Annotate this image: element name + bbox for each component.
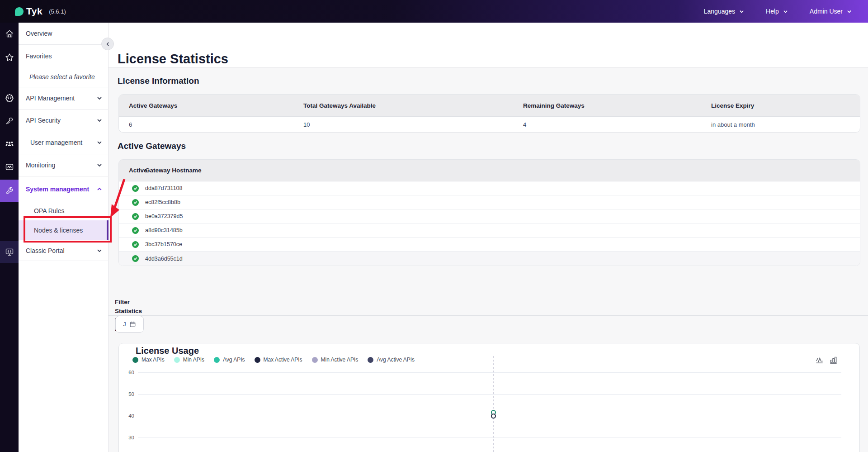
legend-dot <box>132 357 138 363</box>
bar-chart-icon[interactable] <box>829 356 838 365</box>
sidebar-item-classic-portal[interactable]: Classic Portal <box>19 240 108 261</box>
license-information-heading: License Information <box>118 76 199 86</box>
legend-label: Min Active APIs <box>321 357 359 363</box>
sidebar-item-monitoring[interactable]: Monitoring <box>19 154 108 176</box>
tyk-logo[interactable]: Tyk (5.6.1) <box>15 6 66 17</box>
divider <box>108 67 868 67</box>
gateway-hostname: be0a372379d5 <box>145 213 860 219</box>
user-management-label: User management <box>30 139 82 146</box>
sidebar-collapse-button[interactable] <box>101 38 114 50</box>
line-chart-icon[interactable] <box>815 356 824 365</box>
languages-menu[interactable]: Languages <box>704 8 744 15</box>
topbar-menu: Languages Help Admin User <box>704 8 868 15</box>
chevron-down-icon <box>97 118 102 123</box>
chevron-down-icon <box>97 95 102 101</box>
sidebar-item-user-management[interactable]: User management <box>19 131 108 154</box>
check-circle-icon <box>132 185 139 192</box>
active-status-cell <box>119 255 145 262</box>
page-title: License Statistics <box>118 52 228 67</box>
table-row[interactable]: be0a372379d5 <box>119 209 860 224</box>
active-status-cell <box>119 241 145 248</box>
y-axis-tick-label: 40 <box>121 413 134 419</box>
filter-label-line: Statistics <box>115 307 151 316</box>
title-band: License Statistics <box>108 23 868 67</box>
sidebar-item-nodes-licenses[interactable]: Nodes & licenses <box>19 220 108 240</box>
date-input-value: J <box>123 321 126 328</box>
legend-label: Avg Active APIs <box>377 357 415 363</box>
sidebar-item-api-management[interactable]: API Management <box>19 87 108 109</box>
legend-dot <box>255 357 260 363</box>
table-row[interactable]: dda87d731108 <box>119 181 860 195</box>
license-usage-chart: Max APIsMin APIsAvg APIsMax Active APIsM… <box>118 343 860 452</box>
version-label: (5.6.1) <box>49 8 66 15</box>
active-status-cell <box>119 185 145 192</box>
gridline <box>138 394 841 395</box>
monitoring-icon[interactable] <box>0 158 19 176</box>
legend-item[interactable]: Min APIs <box>174 357 204 363</box>
api-security-icon[interactable] <box>0 112 19 130</box>
table-row[interactable]: 4dd3a6d55c1d <box>119 252 860 266</box>
favorites-hint: Please select a favorite <box>19 67 108 87</box>
license-information-value-row: 6104in about a month <box>119 117 860 132</box>
help-label: Help <box>766 8 779 15</box>
column-header: Active Gateways <box>119 102 293 109</box>
legend-item[interactable]: Avg APIs <box>214 357 245 363</box>
icon-rail <box>0 23 19 452</box>
active-status-cell <box>119 199 145 206</box>
chevron-down-icon <box>783 9 788 14</box>
home-icon[interactable] <box>0 25 19 43</box>
system-management-label: System management <box>26 186 89 193</box>
sidebar-item-favorites[interactable]: Favorites <box>19 45 108 67</box>
license-usage-heading: License Usage <box>136 346 199 356</box>
admin-user-label: Admin User <box>810 8 843 15</box>
legend-item[interactable]: Min Active APIs <box>312 357 359 363</box>
gateway-hostname: 4dd3a6d55c1d <box>145 256 860 262</box>
legend-label: Avg APIs <box>223 357 245 363</box>
legend-item[interactable]: Max APIs <box>132 357 165 363</box>
api-management-icon[interactable] <box>0 89 19 107</box>
chart-legend: Max APIsMin APIsAvg APIsMax Active APIsM… <box>132 357 415 363</box>
column-header: Active <box>119 167 145 174</box>
tyk-logo-icon <box>15 7 24 16</box>
top-bar: Tyk (5.6.1) Languages Help Admin User <box>0 0 868 23</box>
legend-item[interactable]: Avg Active APIs <box>368 357 415 363</box>
legend-label: Max APIs <box>142 357 165 363</box>
license-info-value: 4 <box>513 121 701 128</box>
legend-item[interactable]: Max Active APIs <box>255 357 302 363</box>
chart-crosshair-line <box>493 356 494 452</box>
column-header: Total Gateways Available <box>293 102 513 109</box>
table-row[interactable]: a8d90c31485b <box>119 224 860 238</box>
chevron-up-icon <box>97 186 102 192</box>
nodes-licenses-label: Nodes & licenses <box>34 227 83 234</box>
star-icon[interactable] <box>0 48 19 67</box>
sidebar-item-opa-rules[interactable]: OPA Rules <box>19 201 108 220</box>
legend-label: Min APIs <box>183 357 204 363</box>
license-information-header-row: Active GatewaysTotal Gateways AvailableR… <box>119 95 860 117</box>
active-gateways-header-row: ActiveGateway Hostname <box>119 160 860 181</box>
admin-user-menu[interactable]: Admin User <box>810 8 852 15</box>
system-management-icon[interactable] <box>0 180 19 202</box>
filter-label-line: Filter <box>115 298 151 307</box>
y-axis-tick-label: 30 <box>121 435 134 440</box>
date-range-input[interactable]: J <box>115 316 144 333</box>
sidebar-item-system-management[interactable]: System management <box>19 176 108 201</box>
divider <box>108 315 868 316</box>
active-gateways-table: ActiveGateway Hostname dda87d731108ec82f… <box>118 159 860 266</box>
column-header: Gateway Hostname <box>145 167 860 174</box>
table-row[interactable]: 3bc37b1570ce <box>119 238 860 252</box>
help-menu[interactable]: Help <box>766 8 788 15</box>
license-info-value: 10 <box>293 121 513 128</box>
api-security-label: API Security <box>26 117 61 124</box>
check-circle-icon <box>132 199 139 206</box>
sidebar-item-api-security[interactable]: API Security <box>19 109 108 131</box>
classic-portal-icon[interactable] <box>0 241 19 263</box>
user-management-icon[interactable] <box>0 135 19 153</box>
main-content: License Statistics License Information A… <box>108 23 868 452</box>
table-row[interactable]: ec82f5cc8b8b <box>119 195 860 209</box>
y-axis-tick-label: 50 <box>121 391 134 397</box>
check-circle-icon <box>132 227 139 234</box>
chevron-down-icon <box>97 162 102 168</box>
data-point-marker[interactable] <box>491 414 496 419</box>
check-circle-icon <box>132 241 139 248</box>
sidebar-item-overview[interactable]: Overview <box>19 23 108 45</box>
